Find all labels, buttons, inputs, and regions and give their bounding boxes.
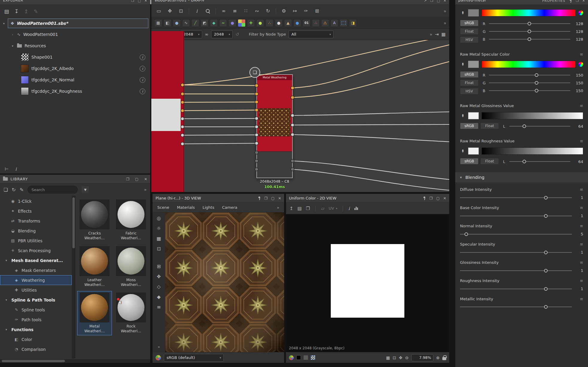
parameter-menu-icon[interactable]: ≡ <box>580 139 583 143</box>
srgb-mode-button[interactable]: sRGB <box>460 20 479 26</box>
channel-icon[interactable] <box>289 355 294 360</box>
slider-track[interactable] <box>460 232 572 236</box>
tree-item-roughness[interactable]: tfgcddyc_2K_Roughness i <box>0 86 150 97</box>
fit-view-icon[interactable]: ⊡ <box>393 355 396 360</box>
color-swatch[interactable] <box>468 9 479 16</box>
asset-metal-weathering[interactable]: MetalWeatheri... <box>77 291 112 335</box>
close-window-icon[interactable]: ✕ <box>443 196 446 200</box>
parameter-menu-icon[interactable]: ≡ <box>580 297 583 301</box>
snapshot-icon[interactable]: ⊡ <box>176 7 185 16</box>
align-nodes-icon[interactable]: ≡ <box>230 7 239 16</box>
grayscale-gradient-bar[interactable] <box>482 147 583 155</box>
tree-item-graph[interactable]: › ∿ WoodPattern001 <box>0 29 150 40</box>
camera-icon[interactable]: ◎ <box>157 215 161 221</box>
tree-item-albedo[interactable]: tfgcddyc_2K_Albedo i <box>0 63 150 74</box>
category-group-functions[interactable]: ▾Functions <box>0 325 72 334</box>
parameter-menu-icon[interactable]: ≡ <box>580 278 583 283</box>
2d-view-titlebar[interactable]: Uniform Color - 2D VIEW ❐ ▢ ✕ <box>286 194 449 203</box>
zoom-level-input[interactable] <box>411 354 433 361</box>
close-window-icon[interactable]: ✕ <box>278 196 281 200</box>
layout-graph-icon[interactable]: ∷ <box>241 7 250 16</box>
material-icon[interactable] <box>156 355 161 360</box>
category-color[interactable]: ◧Color <box>0 334 72 344</box>
package-row[interactable]: ▾ ❖ WoodPattern001.sbs* <box>2 18 148 29</box>
uv-overlay-select[interactable]: UV <box>329 206 337 211</box>
jump-to-output-icon[interactable]: ⇥ <box>435 32 439 37</box>
node-info-icon[interactable]: i <box>192 7 201 16</box>
background-checker-swatch[interactable] <box>311 355 315 360</box>
scrollbar-thumb[interactable] <box>2 360 65 362</box>
new-item-icon[interactable]: ❏ <box>4 187 8 193</box>
slider-handle[interactable] <box>544 269 548 272</box>
library-horizontal-scrollbar[interactable] <box>0 359 150 363</box>
pan-tool-icon[interactable]: ✥ <box>165 7 174 16</box>
category-scan-processing[interactable]: ✳Scan Processing <box>0 246 72 255</box>
category-path-tools[interactable]: ✑Path tools <box>0 315 72 325</box>
channel-slider[interactable] <box>509 124 570 128</box>
slider-handle[interactable] <box>544 196 548 200</box>
import-icon[interactable]: ↧ <box>14 8 19 14</box>
wireframe-icon[interactable]: ◇ <box>157 284 161 290</box>
maximize-window-icon[interactable]: ▢ <box>271 196 275 200</box>
srgb-mode-button[interactable]: sRGB <box>460 158 479 165</box>
asset-leather-weathering[interactable]: LeatherWeatheri... <box>77 245 112 289</box>
gradient-node-icon[interactable]: ◆ <box>210 19 218 27</box>
slider-track[interactable] <box>460 196 572 200</box>
histogram-icon[interactable] <box>354 206 359 211</box>
detach-window-icon[interactable]: ↗ <box>424 0 426 3</box>
3d-view-titlebar[interactable]: Plane (hi-r...) - 3D VIEW ❐ ▢ ✕ <box>153 194 284 203</box>
srgb-mode-button[interactable]: sRGB <box>460 123 479 129</box>
slider-track[interactable] <box>460 250 572 255</box>
category-utilities[interactable]: ✚Utilities <box>0 285 72 295</box>
float-mode-button[interactable]: Float <box>460 80 479 86</box>
uv-grid-icon[interactable]: ⊞ <box>157 264 161 269</box>
slider-handle[interactable] <box>528 37 531 41</box>
category-transforms[interactable]: ⇄Transforms <box>0 216 72 226</box>
info-icon[interactable]: i <box>140 89 145 94</box>
output-size-select[interactable]: 2048 <box>211 31 233 38</box>
scatter-node-icon[interactable]: ∴ <box>266 19 273 27</box>
slider-track[interactable] <box>460 305 572 309</box>
category-group-mesh-based[interactable]: ▾Mesh Based Generat... <box>0 255 72 265</box>
hsl-node-icon[interactable]: ≈ <box>219 19 227 27</box>
category-blending[interactable]: ◒Blending <box>0 226 72 236</box>
pixel-processor-node-icon[interactable]: 01 <box>303 19 310 27</box>
parameter-menu-icon[interactable]: ≡ <box>580 103 583 108</box>
maximize-window-icon[interactable]: ▢ <box>437 0 440 3</box>
parameter-menu-icon[interactable]: ≡ <box>580 52 583 57</box>
tree-item-normal[interactable]: tfgcddyc_2K_Normal i <box>0 74 150 86</box>
bitmap-node-icon[interactable]: ▦ <box>154 19 162 27</box>
graph-titlebar[interactable]: WoodPattern001 - GRAPH ↗ ❐ ▢ ✕ <box>151 0 449 5</box>
maximize-window-icon[interactable]: ▢ <box>436 196 440 200</box>
float-mode-button[interactable]: Float <box>480 158 499 165</box>
slider-handle[interactable] <box>535 81 538 85</box>
blending-section-header[interactable]: ▾ Blending <box>455 172 588 182</box>
slider-track[interactable] <box>460 269 572 273</box>
normal-node-icon[interactable]: ● <box>293 19 301 27</box>
srgb-mode-button[interactable]: sRGB <box>460 71 479 78</box>
colorspace-select[interactable]: sRGB (default) <box>164 354 224 362</box>
parameter-menu-icon[interactable]: ≡ <box>580 260 583 265</box>
close-window-icon[interactable]: ✕ <box>144 177 147 181</box>
explorer-titlebar[interactable]: EXPLORER ❐ ▢ ✕ <box>0 0 150 5</box>
reset-size-icon[interactable]: ↺ <box>235 32 239 37</box>
warp-node-icon[interactable]: ∿ <box>182 19 190 27</box>
grid-snap-icon[interactable]: ⊞ <box>313 7 322 16</box>
graph-canvas[interactable]: Metal Weathering ❏ 2048x2048 – C8 100.41… <box>151 40 449 192</box>
color-swatch[interactable] <box>468 61 479 68</box>
package-item[interactable]: ❖ WoodPattern001.sbs* <box>8 19 148 28</box>
tile-sampler-node-icon[interactable] <box>238 19 246 27</box>
light-icon[interactable]: ☼ <box>157 226 161 231</box>
channel-slider[interactable] <box>489 81 570 85</box>
menu-camera[interactable]: Camera <box>222 205 237 210</box>
frame-select-icon[interactable]: ▭ <box>154 7 163 16</box>
slider-handle[interactable] <box>544 251 548 254</box>
levels-node-icon[interactable]: ◩ <box>201 19 208 27</box>
category-1-click[interactable]: ◉1-Click <box>0 196 72 206</box>
zoom-out-icon[interactable]: ⊖ <box>405 355 409 360</box>
export-outputs-icon[interactable]: ↦ <box>290 7 299 16</box>
info-icon[interactable]: i <box>140 77 145 83</box>
close-window-icon[interactable]: ✕ <box>144 0 147 3</box>
color-wheel-icon[interactable] <box>578 10 583 15</box>
asset-cracks-weathering[interactable]: CracksWeatheri... <box>77 198 112 242</box>
